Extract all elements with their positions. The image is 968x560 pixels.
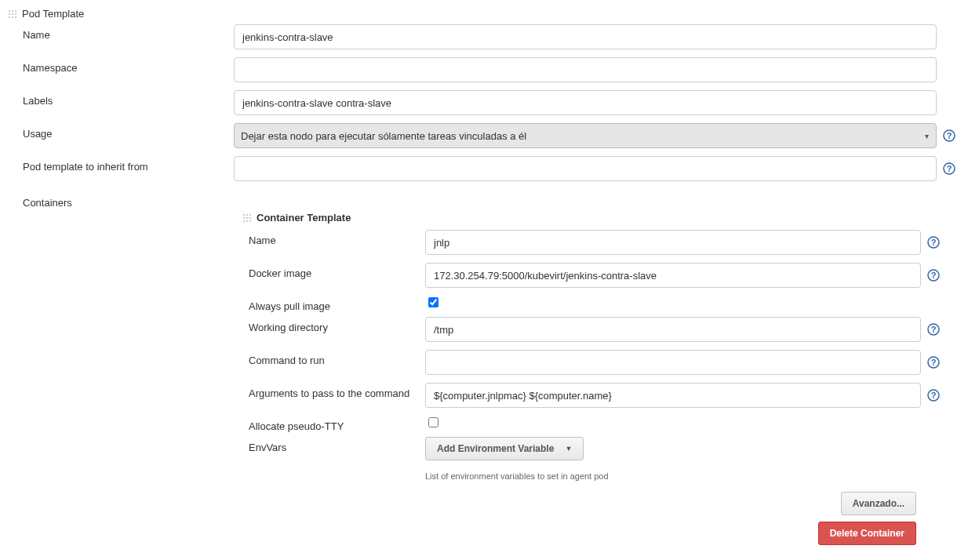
delete-container-button[interactable]: Delete Container (818, 522, 916, 545)
svg-point-17 (246, 217, 248, 219)
svg-point-7 (12, 16, 13, 18)
input-pod-labels[interactable] (234, 90, 937, 115)
label-container-working-dir: Working directory (249, 317, 425, 333)
svg-point-8 (15, 16, 16, 18)
select-pod-usage[interactable]: Dejar esta nodo para ejecutar sólamente … (234, 123, 937, 148)
svg-point-13 (243, 214, 245, 216)
input-pod-inherit[interactable] (234, 156, 937, 181)
input-container-name[interactable] (425, 230, 921, 255)
svg-point-2 (15, 10, 16, 12)
svg-text:?: ? (931, 325, 937, 334)
svg-point-15 (249, 214, 251, 216)
help-icon[interactable]: ? (927, 269, 940, 282)
svg-point-16 (243, 217, 245, 219)
svg-point-21 (249, 220, 251, 222)
svg-point-14 (246, 214, 248, 216)
svg-point-3 (9, 13, 10, 15)
svg-text:?: ? (931, 271, 937, 280)
label-pod-usage: Usage (23, 123, 234, 140)
label-container-command: Command to run (249, 350, 425, 366)
pod-template-header: Pod Template (8, 8, 960, 20)
svg-point-4 (12, 13, 13, 15)
add-env-var-button[interactable]: Add Environment Variable ▼ (425, 437, 584, 460)
svg-point-6 (9, 16, 10, 18)
drag-handle-icon[interactable] (8, 9, 17, 19)
svg-text:?: ? (931, 238, 937, 247)
container-template-title: Container Template (257, 212, 351, 224)
svg-point-5 (15, 13, 16, 15)
svg-point-0 (9, 10, 10, 12)
pod-template-title: Pod Template (22, 8, 84, 20)
label-pod-containers: Containers (23, 192, 234, 209)
input-pod-name[interactable] (234, 24, 937, 49)
svg-text:?: ? (947, 131, 952, 140)
help-icon[interactable]: ? (927, 389, 940, 402)
label-container-name: Name (249, 230, 425, 246)
help-icon[interactable]: ? (927, 323, 940, 336)
label-container-envvars: EnvVars (249, 437, 425, 453)
svg-text:?: ? (931, 391, 937, 400)
input-container-command[interactable] (425, 350, 921, 375)
input-pod-namespace[interactable] (234, 57, 937, 82)
drag-handle-icon[interactable] (242, 213, 252, 223)
svg-point-18 (249, 217, 251, 219)
checkbox-always-pull[interactable] (428, 297, 439, 307)
label-pod-name: Name (23, 24, 234, 41)
label-pod-labels: Labels (23, 90, 234, 107)
container-template-header: Container Template (242, 212, 940, 224)
help-icon[interactable]: ? (943, 162, 955, 175)
input-container-working-dir[interactable] (425, 317, 921, 342)
label-container-docker-image: Docker image (249, 263, 425, 279)
label-container-always-pull: Always pull image (249, 296, 425, 312)
svg-point-20 (246, 220, 248, 222)
help-icon[interactable]: ? (943, 129, 955, 142)
chevron-down-icon: ▼ (565, 445, 572, 453)
svg-text:?: ? (931, 358, 937, 367)
add-env-var-label: Add Environment Variable (437, 443, 554, 454)
label-container-tty: Allocate pseudo-TTY (249, 416, 425, 432)
checkbox-tty[interactable] (428, 417, 439, 427)
svg-text:?: ? (947, 164, 952, 173)
envvars-help-text: List of environment variables to set in … (425, 471, 609, 481)
label-pod-inherit: Pod template to inherit from (23, 156, 234, 173)
svg-point-1 (12, 10, 13, 12)
help-icon[interactable]: ? (927, 236, 940, 249)
label-pod-namespace: Namespace (23, 57, 234, 74)
input-container-docker-image[interactable] (425, 263, 921, 288)
svg-point-19 (243, 220, 245, 222)
input-container-arguments[interactable] (425, 383, 921, 408)
help-icon[interactable]: ? (927, 356, 940, 369)
label-container-arguments: Arguments to pass to the command (249, 383, 425, 399)
advanced-button[interactable]: Avanzado... (841, 492, 916, 515)
